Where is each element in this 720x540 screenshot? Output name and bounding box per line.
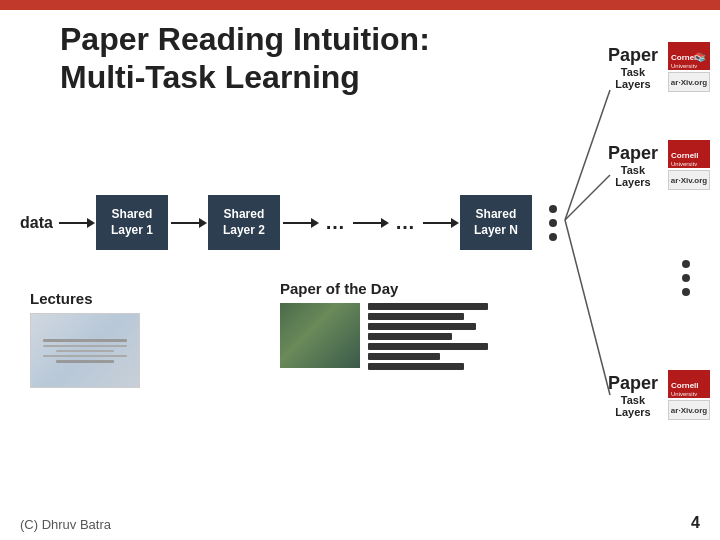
footer-copyright: (C) Dhruv Batra xyxy=(20,517,111,532)
dot-2 xyxy=(682,274,690,282)
thumb-line-3 xyxy=(56,350,115,352)
paper-icon-2: Cornell University ar·Xiv.org xyxy=(668,140,710,190)
lectures-label: Lectures xyxy=(30,290,140,307)
data-label: data xyxy=(20,214,53,232)
paper-label-1: Paper xyxy=(608,45,658,66)
potd-section: Paper of the Day xyxy=(280,280,488,370)
paper-card-3: Paper TaskLayers Cornell University ar·X… xyxy=(608,370,710,420)
data-arrow xyxy=(59,222,89,224)
svg-text:Cornell: Cornell xyxy=(671,381,699,390)
shared-box-2: SharedLayer 2 xyxy=(208,195,280,250)
thumb-line-5 xyxy=(56,360,115,363)
cornell-logo-1: Cornell University 📚 xyxy=(668,42,710,70)
dots-2: … xyxy=(395,211,415,234)
svg-text:📚: 📚 xyxy=(695,51,707,63)
paper-label-2: Paper xyxy=(608,143,658,164)
title-line1: Paper Reading Intuition: xyxy=(60,20,430,58)
task-layers-3: TaskLayers xyxy=(608,394,658,418)
dots-1: … xyxy=(325,211,345,234)
arxiv-box-3: ar·Xiv.org xyxy=(668,400,710,420)
potd-img-inner xyxy=(280,303,360,368)
svg-text:University: University xyxy=(671,63,697,68)
thumb-line-4 xyxy=(43,355,126,357)
potd-text-line-1 xyxy=(368,303,488,310)
data-flow-section: data SharedLayer 1 SharedLayer 2 … … Sha… xyxy=(20,195,557,250)
lectures-section: Lectures xyxy=(30,290,140,388)
arxiv-box-2: ar·Xiv.org xyxy=(668,170,710,190)
potd-image xyxy=(280,303,360,368)
lecture-thumb-inner xyxy=(31,314,139,387)
svg-line-2 xyxy=(565,220,610,395)
main-title: Paper Reading Intuition: Multi-Task Lear… xyxy=(60,20,430,97)
paper-icon-3: Cornell University ar·Xiv.org xyxy=(668,370,710,420)
potd-text-block xyxy=(368,303,488,370)
potd-text-line-3 xyxy=(368,323,476,330)
svg-text:Cornell: Cornell xyxy=(671,151,699,160)
arrow-2 xyxy=(283,222,313,224)
potd-text-line-6 xyxy=(368,353,440,360)
svg-text:University: University xyxy=(671,391,697,396)
cornell-logo-3: Cornell University xyxy=(668,370,710,398)
dot-3 xyxy=(682,288,690,296)
vdot-3 xyxy=(549,233,557,241)
vertical-dots-main xyxy=(549,205,557,241)
vdot-1 xyxy=(549,205,557,213)
shared-box-1: SharedLayer 1 xyxy=(96,195,168,250)
title-line2: Multi-Task Learning xyxy=(60,58,430,96)
arxiv-box-1: ar·Xiv.org xyxy=(668,72,710,92)
paper-label-3: Paper xyxy=(608,373,658,394)
task-layers-1: TaskLayers xyxy=(608,66,658,90)
vertical-dots-papers xyxy=(682,260,690,296)
potd-text-line-5 xyxy=(368,343,488,350)
potd-text-line-2 xyxy=(368,313,464,320)
svg-line-1 xyxy=(565,175,610,220)
vdot-2 xyxy=(549,219,557,227)
potd-content xyxy=(280,303,488,370)
shared-box-n: SharedLayer N xyxy=(460,195,532,250)
paper-card-1: Paper TaskLayers Cornell University 📚 ar… xyxy=(608,42,710,92)
lecture-thumbnail xyxy=(30,313,140,388)
thumb-line-1 xyxy=(43,339,126,342)
svg-line-0 xyxy=(565,90,610,220)
top-bar xyxy=(0,0,720,10)
dot-1 xyxy=(682,260,690,268)
svg-text:University: University xyxy=(671,161,697,166)
arrow-1 xyxy=(171,222,201,224)
arrow-3 xyxy=(353,222,383,224)
task-layers-2: TaskLayers xyxy=(608,164,658,188)
paper-card-2: Paper TaskLayers Cornell University ar·X… xyxy=(608,140,710,190)
potd-label: Paper of the Day xyxy=(280,280,488,297)
potd-text-line-7 xyxy=(368,363,464,370)
thumb-line-2 xyxy=(43,345,126,347)
paper-icon-1: Cornell University 📚 ar·Xiv.org xyxy=(668,42,710,92)
page-number: 4 xyxy=(691,514,700,532)
potd-text-line-4 xyxy=(368,333,452,340)
cornell-logo-2: Cornell University xyxy=(668,140,710,168)
arrow-4 xyxy=(423,222,453,224)
